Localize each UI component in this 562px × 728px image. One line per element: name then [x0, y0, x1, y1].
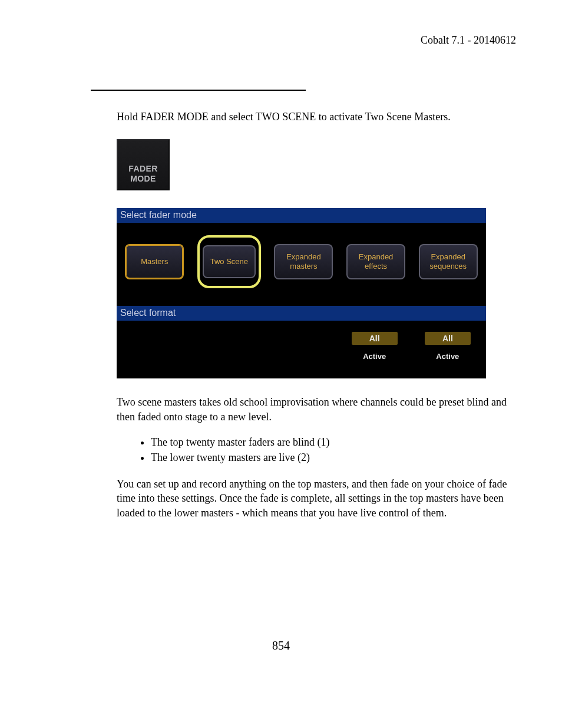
fader-mode-key-label: FADERMODE	[128, 164, 157, 184]
mode-two-scene-highlight: Two Scene	[197, 235, 261, 288]
fader-mode-panel: Select fader mode Masters Two Scene Expa…	[117, 208, 486, 378]
mode-masters-button[interactable]: Masters	[125, 244, 184, 279]
select-format-heading: Select format	[117, 306, 486, 321]
after-panel-paragraph: Two scene masters takes old school impro…	[117, 395, 521, 424]
final-paragraph: You can set up and record anything on th…	[117, 477, 521, 520]
format-active-label-1[interactable]: Active	[363, 352, 386, 361]
format-all-button-2[interactable]: All	[425, 332, 471, 345]
format-buttons-row: All Active All Active	[117, 321, 486, 378]
mode-expanded-sequences-button[interactable]: Expanded sequences	[419, 244, 478, 279]
mode-expanded-masters-button[interactable]: Expanded masters	[274, 244, 333, 279]
mode-two-scene-button[interactable]: Two Scene	[203, 245, 256, 278]
intro-paragraph: Hold FADER MODE and select TWO SCENE to …	[117, 110, 521, 124]
select-fader-mode-heading: Select fader mode	[117, 208, 486, 223]
page-number: 854	[0, 639, 562, 653]
format-active-label-2[interactable]: Active	[436, 352, 459, 361]
fader-mode-buttons-row: Masters Two Scene Expanded masters Expan…	[117, 223, 486, 306]
bullet-item-2: The lower twenty masters are live (2)	[151, 450, 521, 465]
format-all-button-1[interactable]: All	[352, 332, 398, 345]
bullet-list: The top twenty master faders are blind (…	[134, 434, 521, 465]
fader-mode-key[interactable]: FADERMODE	[117, 139, 170, 190]
doc-header: Cobalt 7.1 - 20140612	[421, 34, 516, 47]
bullet-item-1: The top twenty master faders are blind (…	[151, 434, 521, 450]
mode-expanded-effects-button[interactable]: Expanded effects	[346, 244, 405, 279]
section-divider	[91, 90, 306, 91]
